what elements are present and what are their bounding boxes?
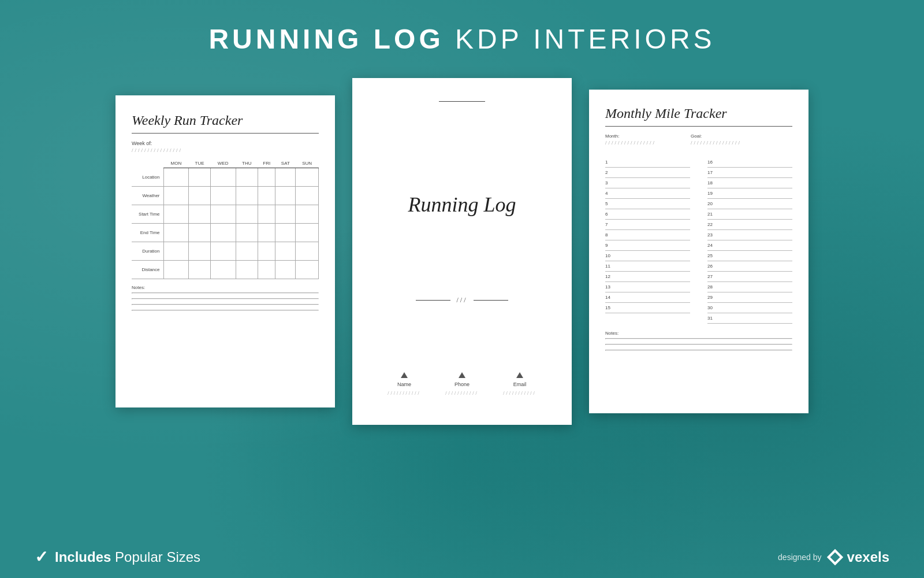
monthly-title: Monthly Mile Tracker: [605, 106, 792, 121]
table-row: Duration: [132, 242, 319, 261]
list-item: 26: [707, 261, 792, 272]
list-item: 8: [605, 230, 690, 240]
title-divider: [132, 133, 319, 134]
list-item: 27: [707, 272, 792, 282]
list-item: 13: [605, 282, 690, 292]
day-wed: WED: [210, 159, 236, 168]
row-duration: Duration: [132, 242, 163, 261]
table-row: Location: [132, 168, 319, 187]
list-item: 25: [707, 251, 792, 261]
triangle-icon: [459, 372, 465, 378]
month-field: Month: ////////////////: [605, 134, 656, 151]
row-location: Location: [132, 168, 163, 187]
title-bold: RUNNING LOG: [208, 24, 444, 54]
monthly-divider: [605, 126, 792, 127]
center-top: [375, 101, 549, 102]
contact-field-phone: Phone ///////////: [445, 372, 478, 396]
monthly-notes-section: Notes:: [605, 331, 792, 351]
notes-label: Notes:: [132, 285, 319, 290]
footer-left: ✓ Includes Popular Sizes: [35, 547, 200, 566]
day-mon: MON: [163, 159, 189, 168]
row-end-time: End Time: [132, 224, 163, 242]
divider-dots: ///: [456, 296, 467, 305]
day-sat: SAT: [275, 159, 296, 168]
day-thu: THU: [236, 159, 258, 168]
row-distance: Distance: [132, 261, 163, 279]
month-label: Month:: [605, 134, 656, 139]
list-item: 31: [707, 313, 792, 324]
weekly-title: Weekly Run Tracker: [132, 113, 319, 128]
left-column: 1 2 3 4 5 6 7 8 9 10 11 12 13 14 15: [605, 157, 690, 324]
list-item: 11: [605, 261, 690, 272]
name-label: Name: [397, 381, 411, 387]
triangle-icon: [401, 372, 408, 378]
table-row: Weather: [132, 187, 319, 205]
email-label: Email: [513, 381, 527, 387]
list-item: 3: [605, 178, 690, 188]
phone-label: Phone: [454, 381, 470, 387]
list-item: 19: [707, 188, 792, 199]
list-item: 14: [605, 292, 690, 303]
vexels-diamond-icon: [826, 549, 844, 566]
list-item: 21: [707, 209, 792, 220]
month-goal-row: Month: //////////////// Goal: //////////…: [605, 134, 792, 151]
list-item: 22: [707, 220, 792, 230]
monthly-notes-label: Notes:: [605, 331, 792, 336]
list-item: 20: [707, 199, 792, 209]
designed-by-text: designed by: [778, 553, 822, 562]
row-start-time: Start Time: [132, 205, 163, 224]
contact-field-name: Name ///////////: [388, 372, 420, 396]
row-weather: Weather: [132, 187, 163, 205]
list-item: 7: [605, 220, 690, 230]
title-light: KDP INTERIORS: [444, 24, 716, 54]
month-fill: ////////////////: [605, 140, 656, 146]
list-item: 1: [605, 157, 690, 168]
list-item: 5: [605, 199, 690, 209]
page-footer: ✓ Includes Popular Sizes designed by vex…: [0, 536, 924, 578]
center-bottom: Name /////////// Phone /////////// Email…: [375, 372, 549, 402]
list-item: 18: [707, 178, 792, 188]
footer-right: designed by vexels: [778, 549, 889, 566]
main-title: RUNNING LOG KDP INTERIORS: [0, 23, 924, 55]
cards-container: Weekly Run Tracker Week of: ////////////…: [81, 72, 843, 536]
week-dotted-fill: ////////////////: [132, 147, 319, 153]
vexels-logo: vexels: [826, 549, 889, 566]
list-item: 23: [707, 230, 792, 240]
includes-bold: Includes: [55, 549, 111, 565]
triangle-icon: [516, 372, 523, 378]
list-item: 15: [605, 303, 690, 313]
list-item: 9: [605, 240, 690, 251]
goal-fill: ////////////////: [691, 140, 742, 146]
page-header: RUNNING LOG KDP INTERIORS: [0, 0, 924, 72]
day-fri: FRI: [258, 159, 275, 168]
table-row: Start Time: [132, 205, 319, 224]
list-item: 29: [707, 292, 792, 303]
day-tue: TUE: [189, 159, 211, 168]
weekly-grid: MON TUE WED THU FRI SAT SUN Location Wea…: [132, 159, 319, 279]
monthly-tracker-card: Monthly Mile Tracker Month: ////////////…: [589, 90, 808, 413]
list-item: 30: [707, 303, 792, 313]
week-of-label: Week of:: [132, 140, 319, 146]
list-item: 10: [605, 251, 690, 261]
vexels-brand-text: vexels: [847, 549, 889, 565]
right-column: 16 17 18 19 20 21 22 23 24 25 26 27 28 2…: [707, 157, 792, 324]
monthly-numbers: 1 2 3 4 5 6 7 8 9 10 11 12 13 14 15 16 1…: [605, 157, 792, 324]
weekly-tracker-card: Weekly Run Tracker Week of: ////////////…: [116, 95, 335, 407]
table-row: Distance: [132, 261, 319, 279]
list-item: 12: [605, 272, 690, 282]
goal-field: Goal: ////////////////: [691, 134, 742, 151]
day-sun: SUN: [296, 159, 319, 168]
list-item: 28: [707, 282, 792, 292]
running-log-card: Running Log /// Name /////////// Phone /…: [352, 78, 572, 425]
includes-light: Popular Sizes: [111, 549, 200, 565]
notes-section: Notes:: [132, 285, 319, 311]
phone-dotted: ///////////: [445, 391, 478, 396]
footer-includes-text: Includes Popular Sizes: [55, 549, 200, 565]
contact-field-email: Email ///////////: [503, 372, 536, 396]
list-item: 24: [707, 240, 792, 251]
contact-fields: Name /////////// Phone /////////// Email…: [375, 372, 549, 396]
list-item: 6: [605, 209, 690, 220]
table-row: End Time: [132, 224, 319, 242]
check-icon: ✓: [35, 547, 48, 566]
list-item: 2: [605, 168, 690, 178]
